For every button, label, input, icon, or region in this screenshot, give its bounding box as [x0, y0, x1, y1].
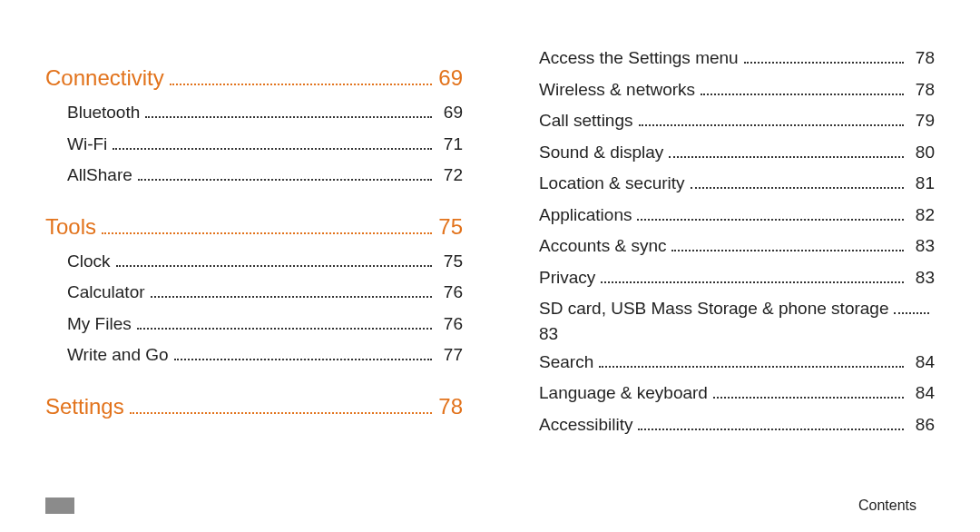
leader-dots: [639, 114, 905, 126]
toc-item-bluetooth[interactable]: Bluetooth 69: [45, 100, 463, 126]
item-label: Access the Settings menu: [539, 45, 739, 72]
toc-item-myfiles[interactable]: My Files 76: [45, 311, 463, 338]
section-page: 69: [437, 62, 463, 94]
section-title: Connectivity: [45, 62, 164, 94]
toc-item-language-keyboard[interactable]: Language & keyboard 84: [517, 380, 935, 407]
toc-item-access-settings[interactable]: Access the Settings menu 78: [517, 45, 935, 72]
section-connectivity[interactable]: Connectivity 69: [45, 62, 463, 94]
toc-item-clock[interactable]: Clock 75: [45, 249, 463, 275]
leader-dots: [138, 169, 432, 181]
section-page: 75: [437, 211, 463, 243]
item-label: Calculator: [67, 280, 145, 306]
page-corner-tab: [45, 498, 74, 514]
section-title: Tools: [45, 211, 96, 243]
item-page: 84: [909, 350, 935, 376]
leader-dots: [137, 317, 432, 329]
toc-item-writeandgo[interactable]: Write and Go 77: [45, 342, 463, 369]
toc-item-wifi[interactable]: Wi-Fi 71: [45, 132, 463, 158]
item-label: Write and Go: [67, 342, 169, 369]
item-label: AllShare: [67, 163, 132, 189]
toc-item-calculator[interactable]: Calculator 76: [45, 280, 463, 306]
item-page: 76: [437, 280, 463, 306]
item-page: 80: [909, 140, 935, 166]
toc-item-accessibility[interactable]: Accessibility 86: [517, 412, 935, 438]
item-label: Wi-Fi: [67, 132, 107, 158]
section-settings[interactable]: Settings 78: [45, 390, 463, 423]
leader-dots: [691, 177, 904, 189]
leader-dots: [174, 349, 432, 360]
toc-item-search[interactable]: Search 84: [517, 350, 935, 376]
toc-item-call-settings[interactable]: Call settings 79: [517, 108, 935, 134]
item-label: Wireless & networks: [539, 77, 695, 103]
section-tools[interactable]: Tools 75: [45, 211, 463, 243]
item-page: 83: [909, 233, 935, 260]
leader-dots: [669, 145, 904, 157]
toc-item-wireless-networks[interactable]: Wireless & networks 78: [517, 77, 935, 103]
section-page: 78: [437, 390, 463, 423]
toc-item-privacy[interactable]: Privacy 83: [517, 265, 935, 291]
leader-dots: [638, 418, 904, 429]
item-label: Bluetooth: [67, 100, 140, 126]
toc-item-sd-usb-storage[interactable]: SD card, USB Mass Storage & phone storag…: [517, 296, 935, 322]
item-page: 75: [437, 249, 463, 275]
item-page: 79: [909, 108, 935, 134]
leader-dots: [671, 240, 904, 251]
toc-item-accounts-sync[interactable]: Accounts & sync 83: [517, 233, 935, 260]
toc-item-applications[interactable]: Applications 82: [517, 202, 935, 229]
item-page: 84: [909, 380, 935, 407]
item-page: 86: [909, 412, 935, 438]
item-page: 83: [539, 324, 558, 343]
item-page: 81: [909, 171, 935, 197]
leader-dots: [599, 355, 904, 367]
footer-label: Contents: [858, 498, 916, 514]
item-page: 69: [437, 100, 463, 126]
item-page: 72: [437, 163, 463, 189]
item-page: 78: [909, 77, 935, 103]
leader-dots: [601, 271, 904, 282]
right-column: Access the Settings menu 78 Wireless & n…: [517, 45, 935, 532]
section-title: Settings: [45, 390, 124, 423]
item-page: 78: [909, 45, 935, 72]
item-label: Privacy: [539, 265, 595, 291]
leader-dots: [151, 286, 432, 298]
item-label: Clock: [67, 249, 111, 275]
item-page: 82: [909, 202, 935, 229]
item-page: 77: [437, 342, 463, 369]
item-page: 71: [437, 132, 463, 158]
leader-dots: [113, 137, 432, 149]
toc-item-allshare[interactable]: AllShare 72: [45, 163, 463, 189]
item-label: SD card, USB Mass Storage & phone storag…: [539, 296, 888, 322]
item-label: Search: [539, 350, 593, 376]
item-label: Accessibility: [539, 412, 632, 438]
item-label: Applications: [539, 202, 632, 229]
item-label: Language & keyboard: [539, 380, 708, 407]
item-label: Accounts & sync: [539, 233, 666, 260]
leader-dots: [894, 302, 929, 314]
toc-item-sound-display[interactable]: Sound & display 80: [517, 140, 935, 166]
leader-dots: [637, 208, 904, 220]
toc-item-location-security[interactable]: Location & security 81: [517, 171, 935, 197]
item-label: Location & security: [539, 171, 685, 197]
leader-dots: [116, 254, 432, 266]
item-label: Sound & display: [539, 140, 663, 166]
item-page: 76: [437, 311, 463, 338]
item-page: 83: [909, 265, 935, 291]
leader-dots: [701, 83, 904, 94]
leader-dots: [170, 74, 432, 85]
toc-item-sd-usb-storage-page: 83: [517, 324, 935, 344]
leader-dots: [713, 387, 904, 399]
toc-page: Connectivity 69 Bluetooth 69 Wi-Fi 71 Al…: [0, 0, 980, 532]
leader-dots: [130, 403, 432, 414]
leader-dots: [744, 52, 904, 64]
leader-dots: [145, 106, 432, 118]
left-column: Connectivity 69 Bluetooth 69 Wi-Fi 71 Al…: [45, 45, 463, 532]
item-label: Call settings: [539, 108, 633, 134]
item-label: My Files: [67, 311, 132, 338]
leader-dots: [102, 223, 432, 234]
